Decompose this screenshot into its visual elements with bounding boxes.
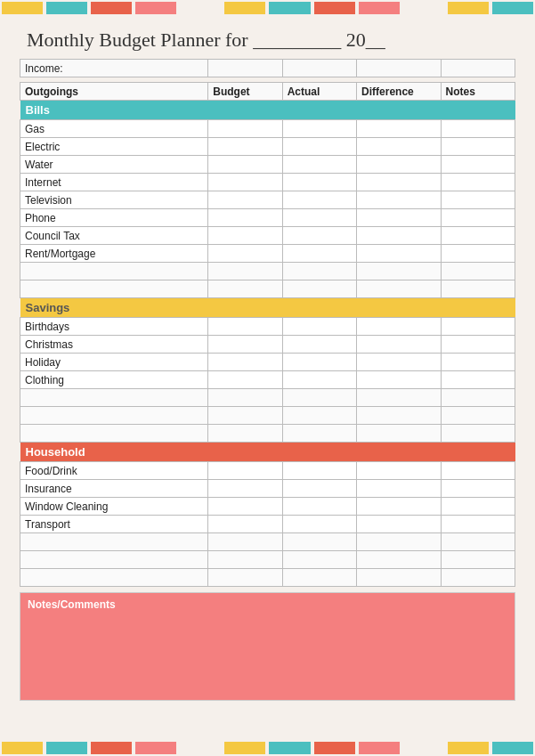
bottom-bar-seg-3	[91, 742, 132, 754]
item-gas: Gas	[20, 120, 208, 138]
item-transport: Transport	[20, 516, 208, 533]
empty-row	[20, 569, 515, 587]
top-bar-seg-8	[314, 2, 355, 14]
item-electric: Electric	[20, 138, 208, 156]
income-budget	[208, 60, 282, 77]
bottom-bar-seg-11	[448, 742, 489, 754]
item-food-drink: Food/Drink	[20, 462, 208, 480]
empty-row	[20, 280, 515, 298]
empty-row	[20, 407, 515, 425]
column-headers-row: Outgoings Budget Actual Difference Notes	[20, 83, 515, 101]
notes-label: Notes/Comments	[28, 598, 507, 611]
top-bar-seg-10	[403, 2, 444, 14]
item-insurance: Insurance	[20, 480, 208, 498]
item-christmas: Christmas	[20, 336, 208, 354]
top-bar-seg-7	[269, 2, 310, 14]
item-council-tax: Council Tax	[20, 227, 208, 245]
table-row: Clothing	[20, 371, 515, 389]
top-bar-seg-12	[492, 2, 533, 14]
top-bar-seg-9	[359, 2, 400, 14]
item-birthdays: Birthdays	[20, 318, 208, 336]
income-actual	[282, 60, 356, 77]
page: Monthly Budget Planner for _________ 20_…	[0, 0, 535, 756]
table-row: Internet	[20, 174, 515, 191]
table-row: Food/Drink	[20, 462, 515, 480]
bottom-bar-seg-10	[403, 742, 444, 754]
item-window-cleaning: Window Cleaning	[20, 498, 208, 516]
bottom-bar-seg-12	[492, 742, 533, 754]
table-row: Television	[20, 191, 515, 209]
empty-row	[20, 263, 515, 280]
bottom-bar-seg-8	[314, 742, 355, 754]
main-content: Income: Outgoings Budget Actual Differen…	[0, 59, 535, 587]
household-label: Household	[20, 443, 515, 462]
col-header-notes: Notes	[441, 83, 515, 101]
top-bar-seg-11	[448, 2, 489, 14]
item-internet: Internet	[20, 174, 208, 191]
bottom-decorative-bar	[0, 740, 535, 756]
page-title: Monthly Budget Planner for _________ 20_…	[27, 28, 385, 51]
item-rent-mortgage: Rent/Mortgage	[20, 245, 208, 263]
top-bar-seg-3	[91, 2, 132, 14]
col-header-outgoings: Outgoings	[20, 83, 208, 101]
table-row: Rent/Mortgage	[20, 245, 515, 263]
income-row: Income:	[20, 60, 515, 77]
table-row: Birthdays	[20, 318, 515, 336]
bills-section-header: Bills	[20, 101, 515, 120]
table-row: Electric	[20, 138, 515, 156]
bottom-bar-seg-9	[359, 742, 400, 754]
household-section-header: Household	[20, 443, 515, 462]
item-television: Television	[20, 191, 208, 209]
bottom-bar-seg-5	[180, 742, 221, 754]
item-clothing: Clothing	[20, 371, 208, 389]
top-bar-seg-1	[2, 2, 43, 14]
empty-row	[20, 551, 515, 569]
top-bar-seg-2	[46, 2, 87, 14]
item-phone: Phone	[20, 209, 208, 227]
notes-comments-section: Notes/Comments	[20, 592, 515, 701]
top-bar-seg-6	[224, 2, 265, 14]
table-row: Phone	[20, 209, 515, 227]
table-row: Holiday	[20, 354, 515, 371]
income-notes	[441, 60, 515, 77]
top-bar-seg-4	[135, 2, 176, 14]
table-row: Council Tax	[20, 227, 515, 245]
table-row: Water	[20, 156, 515, 174]
bottom-bar-seg-2	[46, 742, 87, 754]
title-area: Monthly Budget Planner for _________ 20_…	[0, 16, 535, 59]
table-row: Transport	[20, 516, 515, 533]
bills-label: Bills	[20, 101, 515, 120]
savings-section-header: Savings	[20, 298, 515, 318]
table-row: Christmas	[20, 336, 515, 354]
bottom-bar-seg-4	[135, 742, 176, 754]
savings-label: Savings	[20, 298, 515, 318]
top-decorative-bar	[0, 0, 535, 16]
budget-table: Income: Outgoings Budget Actual Differen…	[20, 59, 515, 587]
notes-body[interactable]	[28, 614, 507, 695]
col-header-actual: Actual	[282, 83, 356, 101]
item-water: Water	[20, 156, 208, 174]
empty-row	[20, 533, 515, 551]
top-bar-seg-5	[180, 2, 221, 14]
col-header-budget: Budget	[208, 83, 282, 101]
empty-row	[20, 425, 515, 443]
table-row: Insurance	[20, 480, 515, 498]
item-holiday: Holiday	[20, 354, 208, 371]
col-header-difference: Difference	[357, 83, 442, 101]
bottom-bar-seg-1	[2, 742, 43, 754]
table-row: Window Cleaning	[20, 498, 515, 516]
income-diff	[357, 60, 442, 77]
table-row: Gas	[20, 120, 515, 138]
empty-row	[20, 389, 515, 407]
bottom-bar-seg-7	[269, 742, 310, 754]
bottom-bar-seg-6	[224, 742, 265, 754]
income-label: Income:	[20, 60, 208, 77]
